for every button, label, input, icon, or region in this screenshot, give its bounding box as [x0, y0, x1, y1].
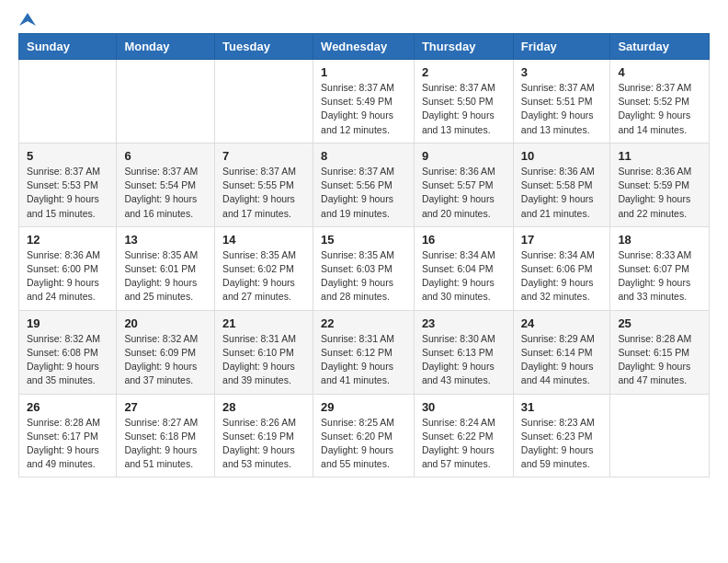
calendar-header-saturday: Saturday: [610, 34, 710, 60]
day-number: 30: [422, 400, 506, 414]
calendar-table: SundayMondayTuesdayWednesdayThursdayFrid…: [18, 33, 710, 477]
day-detail: Sunrise: 8:28 AM Sunset: 6:17 PM Dayligh…: [27, 416, 108, 472]
svg-marker-0: [19, 13, 36, 26]
calendar-week-row: 19Sunrise: 8:32 AM Sunset: 6:08 PM Dayli…: [19, 310, 710, 394]
calendar-cell: 16Sunrise: 8:34 AM Sunset: 6:04 PM Dayli…: [414, 226, 513, 310]
day-detail: Sunrise: 8:32 AM Sunset: 6:09 PM Dayligh…: [124, 332, 207, 388]
calendar-cell: 1Sunrise: 8:37 AM Sunset: 5:49 PM Daylig…: [313, 60, 415, 144]
calendar-cell: 29Sunrise: 8:25 AM Sunset: 6:20 PM Dayli…: [313, 394, 415, 477]
calendar-week-row: 12Sunrise: 8:36 AM Sunset: 6:00 PM Dayli…: [19, 226, 710, 310]
calendar-header-wednesday: Wednesday: [313, 34, 415, 60]
calendar-header-thursday: Thursday: [414, 34, 513, 60]
page-container: SundayMondayTuesdayWednesdayThursdayFrid…: [0, 0, 728, 496]
calendar-cell: 11Sunrise: 8:36 AM Sunset: 5:59 PM Dayli…: [610, 143, 710, 226]
calendar-header-tuesday: Tuesday: [215, 34, 313, 60]
day-number: 29: [321, 400, 406, 414]
calendar-cell: 28Sunrise: 8:26 AM Sunset: 6:19 PM Dayli…: [215, 394, 313, 477]
day-number: 15: [321, 233, 406, 247]
day-detail: Sunrise: 8:36 AM Sunset: 6:00 PM Dayligh…: [27, 248, 108, 304]
day-number: 16: [422, 233, 506, 247]
day-number: 27: [124, 400, 207, 414]
day-number: 2: [422, 65, 506, 79]
calendar-cell: 10Sunrise: 8:36 AM Sunset: 5:58 PM Dayli…: [513, 143, 610, 226]
day-number: 26: [27, 400, 108, 414]
calendar-cell: 17Sunrise: 8:34 AM Sunset: 6:06 PM Dayli…: [513, 226, 610, 310]
day-number: 21: [222, 316, 305, 330]
calendar-header-monday: Monday: [117, 34, 215, 60]
day-detail: Sunrise: 8:37 AM Sunset: 5:54 PM Dayligh…: [124, 165, 207, 221]
day-detail: Sunrise: 8:33 AM Sunset: 6:07 PM Dayligh…: [618, 248, 701, 304]
calendar-cell: [117, 60, 215, 144]
day-detail: Sunrise: 8:37 AM Sunset: 5:55 PM Dayligh…: [222, 165, 305, 221]
calendar-cell: 5Sunrise: 8:37 AM Sunset: 5:53 PM Daylig…: [19, 143, 117, 226]
day-number: 31: [521, 400, 603, 414]
calendar-week-row: 5Sunrise: 8:37 AM Sunset: 5:53 PM Daylig…: [19, 143, 710, 226]
day-number: 14: [222, 233, 305, 247]
day-detail: Sunrise: 8:37 AM Sunset: 5:56 PM Dayligh…: [321, 165, 406, 221]
calendar-week-row: 1Sunrise: 8:37 AM Sunset: 5:49 PM Daylig…: [19, 60, 710, 144]
calendar-cell: 3Sunrise: 8:37 AM Sunset: 5:51 PM Daylig…: [513, 60, 610, 144]
day-number: 24: [521, 316, 603, 330]
calendar-cell: 21Sunrise: 8:31 AM Sunset: 6:10 PM Dayli…: [215, 310, 313, 394]
day-detail: Sunrise: 8:37 AM Sunset: 5:49 PM Dayligh…: [321, 81, 406, 137]
calendar-header-friday: Friday: [513, 34, 610, 60]
calendar-cell: [19, 60, 117, 144]
day-detail: Sunrise: 8:25 AM Sunset: 6:20 PM Dayligh…: [321, 416, 406, 472]
day-number: 5: [27, 149, 108, 163]
day-number: 4: [618, 65, 701, 79]
day-detail: Sunrise: 8:37 AM Sunset: 5:50 PM Dayligh…: [422, 81, 506, 137]
calendar-cell: 31Sunrise: 8:23 AM Sunset: 6:23 PM Dayli…: [513, 394, 610, 477]
day-number: 23: [422, 316, 506, 330]
day-number: 20: [124, 316, 207, 330]
day-number: 9: [422, 149, 506, 163]
day-detail: Sunrise: 8:34 AM Sunset: 6:04 PM Dayligh…: [422, 248, 506, 304]
calendar-cell: 12Sunrise: 8:36 AM Sunset: 6:00 PM Dayli…: [19, 226, 117, 310]
day-number: 6: [124, 149, 207, 163]
page-header: [18, 15, 710, 22]
calendar-cell: 25Sunrise: 8:28 AM Sunset: 6:15 PM Dayli…: [610, 310, 710, 394]
day-number: 25: [618, 316, 701, 330]
calendar-cell: 24Sunrise: 8:29 AM Sunset: 6:14 PM Dayli…: [513, 310, 610, 394]
calendar-cell: 19Sunrise: 8:32 AM Sunset: 6:08 PM Dayli…: [19, 310, 117, 394]
day-detail: Sunrise: 8:34 AM Sunset: 6:06 PM Dayligh…: [521, 248, 603, 304]
calendar-cell: [610, 394, 710, 477]
calendar-cell: 13Sunrise: 8:35 AM Sunset: 6:01 PM Dayli…: [117, 226, 215, 310]
day-number: 22: [321, 316, 406, 330]
day-detail: Sunrise: 8:35 AM Sunset: 6:03 PM Dayligh…: [321, 248, 406, 304]
day-detail: Sunrise: 8:26 AM Sunset: 6:19 PM Dayligh…: [222, 416, 305, 472]
calendar-cell: 22Sunrise: 8:31 AM Sunset: 6:12 PM Dayli…: [313, 310, 415, 394]
day-detail: Sunrise: 8:30 AM Sunset: 6:13 PM Dayligh…: [422, 332, 506, 388]
day-number: 10: [521, 149, 603, 163]
day-number: 19: [27, 316, 108, 330]
day-number: 28: [222, 400, 305, 414]
calendar-cell: 18Sunrise: 8:33 AM Sunset: 6:07 PM Dayli…: [610, 226, 710, 310]
day-number: 17: [521, 233, 603, 247]
day-number: 1: [321, 65, 406, 79]
calendar-cell: 4Sunrise: 8:37 AM Sunset: 5:52 PM Daylig…: [610, 60, 710, 144]
calendar-cell: 15Sunrise: 8:35 AM Sunset: 6:03 PM Dayli…: [313, 226, 415, 310]
day-detail: Sunrise: 8:28 AM Sunset: 6:15 PM Dayligh…: [618, 332, 701, 388]
calendar-header-row: SundayMondayTuesdayWednesdayThursdayFrid…: [19, 34, 710, 60]
day-detail: Sunrise: 8:23 AM Sunset: 6:23 PM Dayligh…: [521, 416, 603, 472]
day-detail: Sunrise: 8:31 AM Sunset: 6:10 PM Dayligh…: [222, 332, 305, 388]
calendar-cell: 27Sunrise: 8:27 AM Sunset: 6:18 PM Dayli…: [117, 394, 215, 477]
calendar-cell: 30Sunrise: 8:24 AM Sunset: 6:22 PM Dayli…: [414, 394, 513, 477]
day-detail: Sunrise: 8:35 AM Sunset: 6:01 PM Dayligh…: [124, 248, 207, 304]
logo: [18, 15, 36, 22]
day-detail: Sunrise: 8:37 AM Sunset: 5:52 PM Dayligh…: [618, 81, 701, 137]
calendar-cell: 26Sunrise: 8:28 AM Sunset: 6:17 PM Dayli…: [19, 394, 117, 477]
calendar-cell: 6Sunrise: 8:37 AM Sunset: 5:54 PM Daylig…: [117, 143, 215, 226]
day-detail: Sunrise: 8:37 AM Sunset: 5:53 PM Dayligh…: [27, 165, 108, 221]
day-number: 18: [618, 233, 701, 247]
day-detail: Sunrise: 8:31 AM Sunset: 6:12 PM Dayligh…: [321, 332, 406, 388]
calendar-cell: [215, 60, 313, 144]
calendar-cell: 20Sunrise: 8:32 AM Sunset: 6:09 PM Dayli…: [117, 310, 215, 394]
day-detail: Sunrise: 8:36 AM Sunset: 5:57 PM Dayligh…: [422, 165, 506, 221]
logo-bird-icon: [19, 13, 36, 26]
calendar-header-sunday: Sunday: [19, 34, 117, 60]
day-number: 13: [124, 233, 207, 247]
day-detail: Sunrise: 8:35 AM Sunset: 6:02 PM Dayligh…: [222, 248, 305, 304]
day-detail: Sunrise: 8:37 AM Sunset: 5:51 PM Dayligh…: [521, 81, 603, 137]
day-number: 12: [27, 233, 108, 247]
calendar-cell: 8Sunrise: 8:37 AM Sunset: 5:56 PM Daylig…: [313, 143, 415, 226]
